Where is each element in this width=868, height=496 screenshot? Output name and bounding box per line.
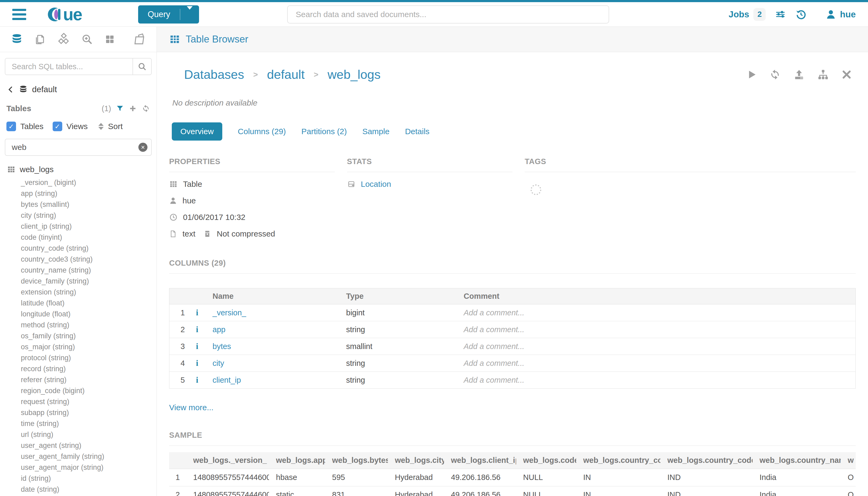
location-link[interactable]: Location — [361, 180, 391, 189]
sidebar-column-item[interactable]: longitude (float) — [5, 309, 152, 320]
apps-grid-icon[interactable] — [104, 34, 115, 45]
play-icon[interactable] — [746, 69, 757, 80]
database-breadcrumb[interactable]: default — [7, 85, 152, 94]
sample-header-cell: web_logs.app — [269, 452, 325, 469]
sample-cell: NULL — [516, 469, 576, 486]
column-name-link[interactable]: _version_ — [213, 305, 346, 321]
info-icon[interactable]: i — [196, 308, 199, 317]
sample-table-container: web_logs._version_web_logs.appweb_logs.b… — [169, 452, 856, 496]
sidebar-column-item[interactable]: client_ip (string) — [5, 221, 152, 232]
user-menu[interactable]: hue — [825, 9, 856, 20]
query-button[interactable]: Query — [138, 5, 199, 24]
jobs-link[interactable]: Jobs — [728, 9, 749, 19]
sidebar-column-item[interactable]: device_family (string) — [5, 276, 152, 287]
user-name: hue — [840, 9, 856, 19]
column-name-link[interactable]: app — [213, 321, 346, 338]
column-comment-input[interactable]: Add a comment... — [464, 321, 856, 338]
tab-overview[interactable]: Overview — [172, 122, 222, 141]
database-icon[interactable] — [11, 33, 23, 45]
file-icon — [169, 230, 177, 238]
sidebar-column-item[interactable]: code (tinyint) — [5, 232, 152, 243]
info-icon[interactable]: i — [196, 375, 199, 385]
sidebar-column-item[interactable]: city (string) — [5, 210, 152, 221]
sidebar-column-item[interactable]: time (string) — [5, 418, 152, 429]
sidebar-column-item[interactable]: referer (string) — [5, 374, 152, 385]
query-dropdown-toggle[interactable] — [180, 10, 199, 19]
history-icon[interactable] — [795, 9, 807, 20]
columns-header-icon — [196, 288, 213, 305]
hue-logo[interactable]: ue — [47, 6, 82, 23]
column-name-link[interactable]: city — [213, 355, 346, 372]
sidebar-table-web-logs[interactable]: web_logs — [7, 165, 152, 174]
sidebar-column-item[interactable]: latitude (float) — [5, 298, 152, 309]
sidebar-column-item[interactable]: os_family (string) — [5, 330, 152, 342]
sql-table-search-input[interactable] — [5, 59, 132, 75]
sidebar-column-item[interactable]: protocol (string) — [5, 353, 152, 363]
property-compression-value: Not compressed — [217, 229, 275, 238]
jobs-count-badge[interactable]: 2 — [753, 8, 766, 21]
breadcrumb-item[interactable]: default — [267, 67, 304, 82]
sidebar-column-item[interactable]: bytes (smallint) — [5, 199, 152, 210]
refresh-icon[interactable] — [769, 69, 781, 80]
table-filter-input[interactable] — [5, 139, 152, 156]
tab-details[interactable]: Details — [405, 127, 430, 136]
breadcrumb-item[interactable]: web_logs — [328, 67, 381, 82]
sidebar-column-item[interactable]: _version_ (bigint) — [5, 177, 152, 188]
hue-logo-text: ue — [63, 6, 82, 23]
column-comment-input[interactable]: Add a comment... — [464, 355, 856, 372]
sidebar-column-item[interactable]: request (string) — [5, 396, 152, 407]
breadcrumb-item[interactable]: Databases — [184, 67, 244, 82]
sidebar-column-item[interactable]: url (string) — [5, 429, 152, 440]
sidebar-column-item[interactable]: region_code (bigint) — [5, 385, 152, 396]
tab-columns-29[interactable]: Columns (29) — [238, 127, 286, 136]
info-icon[interactable]: i — [196, 358, 199, 368]
tables-checkbox[interactable]: ✓ — [6, 122, 16, 131]
sample-row-index: 1 — [169, 469, 186, 486]
info-icon[interactable]: i — [196, 342, 199, 351]
sidebar-column-item[interactable]: country_name (string) — [5, 265, 152, 276]
sidebar-column-item[interactable]: subapp (string) — [5, 407, 152, 418]
tab-partitions-2[interactable]: Partitions (2) — [301, 127, 347, 136]
search-icon[interactable] — [132, 59, 151, 75]
tab-sample[interactable]: Sample — [362, 127, 390, 136]
zoom-in-icon[interactable] — [81, 33, 93, 45]
detail-tabs: OverviewColumns (29)Partitions (2)Sample… — [172, 122, 856, 141]
column-comment-input[interactable]: Add a comment... — [464, 305, 856, 321]
column-type: string — [346, 321, 464, 338]
sitemap-icon[interactable] — [817, 69, 829, 80]
folder-documents-icon[interactable] — [133, 33, 146, 46]
column-comment-input[interactable]: Add a comment... — [464, 372, 856, 389]
sidebar-column-item[interactable]: os_major (string) — [5, 342, 152, 353]
cubes-icon[interactable] — [57, 33, 70, 46]
sidebar-column-item[interactable]: extension (string) — [5, 287, 152, 298]
info-icon[interactable]: i — [196, 325, 199, 334]
column-comment-input[interactable]: Add a comment... — [464, 338, 856, 355]
menu-button[interactable] — [12, 6, 26, 22]
sidebar-column-item[interactable]: country_code (string) — [5, 243, 152, 254]
view-more-link[interactable]: View more... — [169, 403, 214, 412]
sidebar-column-item[interactable]: user_agent_family (string) — [5, 451, 152, 462]
page-title: Table Browser — [186, 34, 248, 45]
column-name-link[interactable]: bytes — [213, 338, 346, 355]
close-icon[interactable] — [841, 69, 852, 80]
sidebar-column-item[interactable]: method (string) — [5, 320, 152, 330]
sidebar-column-item[interactable]: date (string) — [5, 484, 152, 495]
sidebar-column-item[interactable]: app (string) — [5, 188, 152, 199]
sidebar-column-item[interactable]: user_agent (string) — [5, 440, 152, 451]
tables-filter-row: ✓ Tables ✓ Views Sort — [5, 122, 152, 131]
sidebar-column-item[interactable]: country_code3 (string) — [5, 254, 152, 265]
column-name-link[interactable]: client_ip — [213, 372, 346, 389]
clear-filter-icon[interactable]: ✕ — [138, 143, 147, 152]
upload-icon[interactable] — [793, 69, 805, 80]
add-icon[interactable] — [129, 105, 137, 112]
sidebar-column-item[interactable]: user_agent_major (string) — [5, 462, 152, 473]
sliders-icon[interactable] — [775, 9, 786, 20]
filter-funnel-icon[interactable] — [116, 105, 124, 112]
global-search-input[interactable] — [287, 5, 609, 24]
views-checkbox[interactable]: ✓ — [53, 122, 62, 131]
sidebar-column-item[interactable]: id (string) — [5, 473, 152, 484]
refresh-icon[interactable] — [142, 104, 150, 113]
documents-icon[interactable] — [34, 33, 46, 45]
sidebar-column-item[interactable]: record (string) — [5, 363, 152, 374]
sort-icon[interactable] — [98, 123, 104, 130]
